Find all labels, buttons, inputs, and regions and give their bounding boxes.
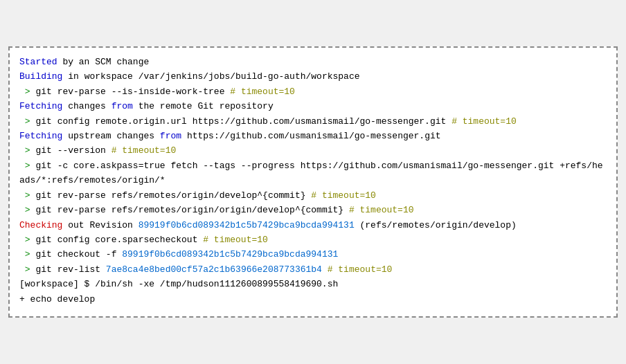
terminal-line: > git rev-parse --is-inside-work-tree # … bbox=[19, 84, 607, 99]
terminal-line: [workspace] $ /bin/sh -xe /tmp/hudson111… bbox=[19, 277, 607, 291]
terminal-output: Started by an SCM changeBuilding in work… bbox=[8, 46, 618, 318]
terminal-line: > git config remote.origin.url https://g… bbox=[19, 114, 607, 129]
terminal-line: > git rev-parse refs/remotes/origin/orig… bbox=[19, 203, 607, 217]
terminal-line: Building in workspace /var/jenkins/jobs/… bbox=[19, 69, 607, 84]
terminal-line: > git -c core.askpass=true fetch --tags … bbox=[19, 158, 607, 188]
terminal-line: Checking out Revision 89919f0b6cd089342b… bbox=[19, 218, 607, 233]
terminal-line: Fetching changes from the remote Git rep… bbox=[19, 99, 607, 113]
terminal-line: Fetching upstream changes from https://g… bbox=[19, 129, 607, 143]
terminal-line: > git config core.sparsecheckout # timeo… bbox=[19, 233, 607, 247]
terminal-line: + echo develop bbox=[19, 292, 607, 307]
terminal-line: > git rev-list 7ae8ca4e8bed00cf57a2c1b63… bbox=[19, 262, 607, 277]
terminal-line: > git --version # timeout=10 bbox=[19, 143, 607, 158]
terminal-line: > git checkout -f 89919f0b6cd089342b1c5b… bbox=[19, 247, 607, 262]
terminal-line: > git rev-parse refs/remotes/origin/deve… bbox=[19, 188, 607, 203]
terminal-line: Started by an SCM change bbox=[19, 55, 607, 69]
